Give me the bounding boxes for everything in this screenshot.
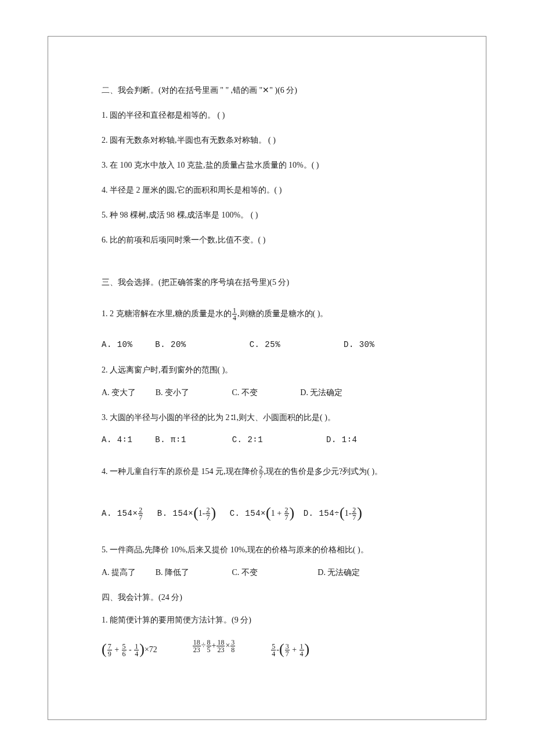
- q4-opt-c: C. 154×(1 + 27): [230, 502, 295, 525]
- section3-heading: 三、我会选择。(把正确答案的序号填在括号里)(5 分): [102, 276, 450, 288]
- q4-opt-b: B. 154×(1-27): [157, 502, 216, 525]
- q1-opt-b: B. 20%: [155, 339, 186, 351]
- q1-opt-d: D. 30%: [344, 339, 374, 351]
- expr-3: 54-(37 + 14): [270, 639, 309, 661]
- expr-1: (79 + 56 - 14)×72: [102, 639, 157, 661]
- s4-expressions: (79 + 56 - 14)×72 1823÷85+1823×38 54-(37…: [102, 639, 450, 661]
- q1-opt-a: A. 10%: [102, 339, 132, 351]
- q2-opt-a: A. 变大了: [102, 386, 136, 399]
- s2-item-1: 1. 圆的半径和直径都是相等的。 ( ): [102, 109, 450, 121]
- s2-item-5: 5. 种 98 棵树,成活 98 棵,成活率是 100%。 ( ): [102, 209, 450, 221]
- s3-q5-options: A. 提高了 B. 降低了 C. 不变 D. 无法确定: [102, 566, 450, 578]
- q3-opt-d: D. 1∶4: [326, 434, 357, 446]
- s3-q2-stem: 2. 人远离窗户时,看到窗外的范围( )。: [102, 364, 450, 376]
- s3-q5-stem: 5. 一件商品,先降价 10%,后来又提价 10%,现在的价格与原来的价格相比(…: [102, 544, 450, 556]
- q5-opt-d: D. 无法确定: [317, 566, 360, 578]
- document-content: 二、我会判断。(对的在括号里画 " " ,错的画 "✕" )(6 分) 1. 圆…: [102, 84, 450, 674]
- q1-stem-b: ,则糖的质量是糖水的( )。: [237, 309, 328, 318]
- q2-opt-b: B. 变小了: [156, 386, 189, 399]
- q4-opt-a: A. 154×27: [102, 507, 143, 521]
- s3-q4-options: A. 154×27 B. 154×(1-27) C. 154×(1 + 27) …: [102, 502, 450, 525]
- q5-opt-a: A. 提高了: [102, 566, 136, 578]
- q5-opt-b: B. 降低了: [156, 566, 189, 578]
- s2-item-3: 3. 在 100 克水中放入 10 克盐,盐的质量占盐水质量的 10%。( ): [102, 159, 450, 171]
- fraction-1-4: 14: [232, 307, 237, 321]
- s3-q1-options: A. 10% B. 20% C. 25% D. 30%: [102, 339, 450, 351]
- fraction-2-7: 27: [259, 465, 264, 479]
- s2-item-6: 6. 比的前项和后项同时乘一个数,比值不变。( ): [102, 234, 450, 246]
- q3-opt-a: A. 4∶1: [102, 434, 132, 446]
- s3-q3-options: A. 4∶1 B. π∶1 C. 2∶1 D. 1∶4: [102, 434, 450, 446]
- s3-q1-stem: 1. 2 克糖溶解在水里,糖的质量是水的14,则糖的质量是糖水的( )。: [102, 307, 450, 321]
- q4-stem-a: 4. 一种儿童自行车的原价是 154 元,现在降价: [102, 467, 258, 476]
- s3-q3-stem: 3. 大圆的半径与小圆的半径的比为 2∶1,则大、小圆面积的比是( )。: [102, 411, 450, 424]
- q2-opt-c: C. 不变: [232, 386, 257, 399]
- q4-stem-b: ,现在的售价是多少元?列式为( )。: [264, 467, 383, 476]
- s3-q2-options: A. 变大了 B. 变小了 C. 不变 D. 无法确定: [102, 386, 450, 399]
- q3-opt-c: C. 2∶1: [232, 434, 263, 446]
- expr-2: 1823÷85+1823×38: [192, 639, 236, 661]
- q1-stem-a: 1. 2 克糖溶解在水里,糖的质量是水的: [102, 309, 232, 318]
- q5-opt-c: C. 不变: [232, 566, 257, 578]
- s2-item-2: 2. 圆有无数条对称轴,半圆也有无数条对称轴。 ( ): [102, 134, 450, 146]
- q4-opt-d: D. 154÷(1-27): [304, 502, 362, 525]
- section4-heading: 四、我会计算。(24 分): [102, 591, 450, 603]
- s2-item-4: 4. 半径是 2 厘米的圆,它的面积和周长是相等的。( ): [102, 184, 450, 196]
- s4-sub1: 1. 能简便计算的要用简便方法计算。(9 分): [102, 614, 450, 626]
- section2-heading: 二、我会判断。(对的在括号里画 " " ,错的画 "✕" )(6 分): [102, 84, 450, 96]
- q2-opt-d: D. 无法确定: [300, 386, 342, 399]
- q1-opt-c: C. 25%: [250, 339, 280, 351]
- q3-opt-b: B. π∶1: [155, 434, 186, 446]
- s3-q4-stem: 4. 一种儿童自行车的原价是 154 元,现在降价27,现在的售价是多少元?列式…: [102, 465, 450, 479]
